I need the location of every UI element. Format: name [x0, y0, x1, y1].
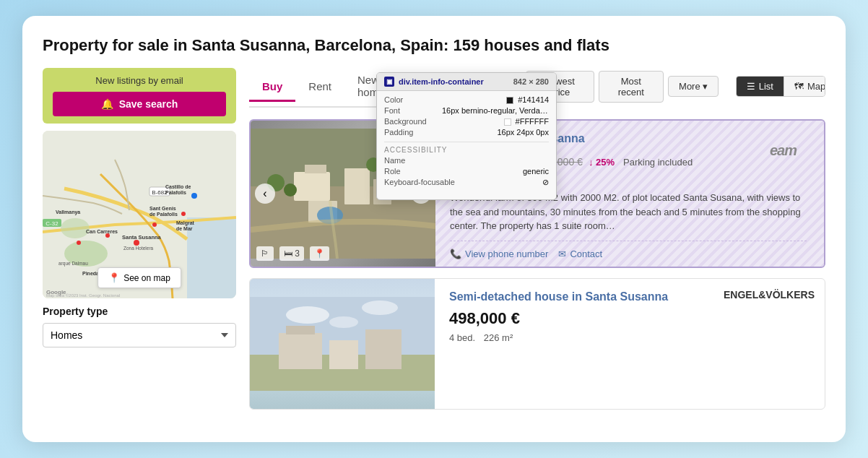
devtools-key-color: Color	[384, 95, 442, 104]
devtools-key-font: Font	[384, 106, 442, 115]
svg-text:Santa Susanna: Santa Susanna	[122, 234, 162, 241]
card-agency-logo-2: ENGEL&VÖLKERS	[724, 289, 815, 301]
svg-text:Malgrat: Malgrat	[176, 220, 195, 226]
card-image-area-2	[250, 279, 435, 409]
list-label: List	[759, 81, 773, 92]
svg-text:Map data ©2023 Inst. Geogr. Na: Map data ©2023 Inst. Geogr. Nacional	[46, 293, 120, 298]
card-contact-button-1[interactable]: ✉ Contact	[558, 249, 602, 259]
card-agency-logo-1: eam	[770, 142, 797, 159]
save-search-label: Save search	[119, 98, 178, 110]
devtools-size: 842 × 280	[513, 77, 549, 86]
svg-text:de Palafolls: de Palafolls	[149, 212, 178, 217]
property-type-label: Property type	[43, 306, 236, 317]
map-label: Map	[807, 81, 825, 92]
devtools-row-color: Color #141414	[384, 95, 549, 104]
map-area: B-682 C-32 Vallmanya Castillo de Palafol…	[43, 131, 236, 298]
svg-text:C-32: C-32	[45, 220, 58, 227]
svg-rect-44	[286, 326, 315, 334]
svg-rect-46	[365, 329, 402, 369]
map-view-button[interactable]: 🗺 Map	[784, 77, 825, 96]
svg-text:arque Dalmau: arque Dalmau	[58, 261, 88, 267]
devtools-header: ▣ div.item-info-container 842 × 280	[377, 73, 556, 91]
save-search-button[interactable]: 🔔 Save search	[53, 92, 226, 116]
sort-most-recent-button[interactable]: Most recent	[599, 71, 664, 103]
card-actions-row-1: 📞 View phone number ✉ Contact	[450, 241, 807, 259]
svg-rect-1	[187, 217, 236, 298]
svg-rect-31	[305, 165, 326, 173]
page-title: Property for sale in Santa Susanna, Barc…	[43, 36, 825, 55]
svg-rect-43	[279, 333, 322, 369]
devtools-val-bg: #FFFFFF	[504, 117, 550, 126]
new-listings-label: New listings by email	[53, 75, 226, 86]
tab-buy[interactable]: Buy	[249, 74, 295, 102]
devtools-key-name: Name	[384, 156, 442, 165]
devtools-val-color: #141414	[506, 95, 549, 104]
svg-point-9	[77, 241, 81, 245]
phone-icon-1: 📞	[450, 249, 461, 259]
devtools-row-role: Role generic	[384, 167, 549, 176]
devtools-key-bg: Background	[384, 117, 442, 126]
tab-rent[interactable]: Rent	[295, 74, 344, 102]
devtools-key-keyboard: Keyboard-focusable	[384, 178, 455, 187]
svg-point-48	[362, 301, 398, 315]
chevron-down-icon: ▾	[703, 81, 708, 92]
svg-text:Castillo de: Castillo de	[165, 184, 191, 189]
devtools-row-name: Name	[384, 156, 549, 165]
list-icon: ☰	[747, 81, 755, 92]
devtools-row-bg: Background #FFFFFF	[384, 117, 549, 126]
sort-more-label: More	[679, 81, 700, 92]
svg-point-49	[329, 316, 358, 328]
card-image-2	[250, 279, 435, 409]
card-location-icon-1[interactable]: 📍	[310, 246, 329, 261]
devtools-val-font: 16px bernino-regular, Verdana, Arial, Ge…	[442, 106, 549, 115]
list-map-toggle: ☰ List 🗺 Map	[736, 76, 825, 97]
card-info-2: Semi-detached house in Santa Susanna 498…	[435, 279, 825, 409]
svg-text:Sant Genís: Sant Genís	[149, 206, 176, 211]
devtools-val-padding: 16px 24px 0px	[497, 128, 549, 137]
svg-rect-30	[294, 172, 330, 201]
svg-text:Can Carreres: Can Carreres	[86, 229, 118, 234]
sidebar: New listings by email 🔔 Save search	[43, 68, 236, 420]
property-card-2: Semi-detached house in Santa Susanna 498…	[249, 278, 825, 410]
devtools-key-padding: Padding	[384, 128, 442, 137]
card-beds-icon-1: 🛏 3	[279, 246, 304, 261]
svg-text:de Mar: de Mar	[176, 226, 193, 231]
card-discount-1: ↓ 25%	[589, 157, 615, 168]
list-view-button[interactable]: ☰ List	[737, 77, 784, 96]
see-on-map-button[interactable]: 📍 See on map	[97, 267, 181, 288]
property-type-select[interactable]: Homes Apartments Houses Villas	[43, 323, 236, 347]
card-icons-row-1: 🏳 🛏 3 📍	[256, 246, 329, 261]
svg-text:Palafolls: Palafolls	[165, 190, 186, 195]
svg-rect-33	[344, 168, 370, 204]
card-save-icon-1[interactable]: 🏳	[256, 246, 274, 261]
devtools-accessibility-label: ACCESSIBILITY	[384, 142, 549, 154]
new-listings-box: New listings by email 🔔 Save search	[43, 68, 236, 124]
color-swatch-1	[506, 97, 513, 104]
svg-point-4	[191, 193, 197, 199]
card-prev-button-1[interactable]: ‹	[255, 183, 275, 204]
devtools-icon: ▣	[384, 77, 394, 87]
card-parking-1: Parking included	[623, 157, 693, 168]
color-swatch-2	[504, 118, 511, 126]
devtools-row-padding: Padding 16px 24px 0px	[384, 128, 549, 137]
svg-point-5	[181, 212, 186, 216]
devtools-body: Color #141414 Font 16px bernino-regular,…	[377, 91, 556, 194]
svg-point-7	[134, 240, 139, 246]
svg-text:Vallmanya: Vallmanya	[56, 209, 80, 215]
see-on-map-label: See on map	[123, 273, 170, 283]
svg-text:Zona Hotelera: Zona Hotelera	[123, 246, 154, 251]
devtools-element-label: div.item-info-container	[399, 77, 484, 86]
svg-rect-45	[329, 340, 358, 369]
devtools-key-role: Role	[384, 167, 442, 176]
map-icon: 🗺	[794, 81, 804, 92]
card-features-2: 4 bed. 226 m²	[449, 332, 807, 343]
devtools-row-font: Font 16px bernino-regular, Verdana, Aria…	[384, 106, 549, 115]
bell-icon: 🔔	[101, 98, 113, 110]
sort-more-button[interactable]: More ▾	[668, 76, 719, 97]
devtools-row-keyboard: Keyboard-focusable ⊘	[384, 178, 549, 187]
svg-point-47	[286, 306, 329, 324]
svg-point-37	[284, 183, 297, 196]
card-phone-button-1[interactable]: 📞 View phone number	[450, 249, 548, 259]
main-container: Property for sale in Santa Susanna, Barc…	[22, 16, 846, 442]
contact-icon-1: ✉	[558, 249, 566, 259]
